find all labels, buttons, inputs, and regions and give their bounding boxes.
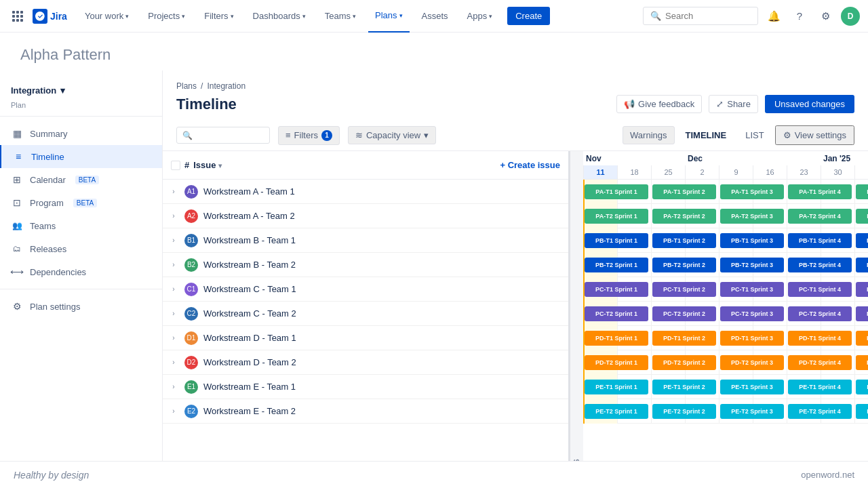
nav-projects[interactable]: Projects▾ [141,0,192,33]
sprint-bar[interactable]: PB-T1 Sprint 4 [788,233,852,248]
sprint-bar[interactable]: PE-T2 Sprint 1 [585,404,648,419]
expand-icon[interactable]: › [168,357,179,368]
sprint-bar[interactable]: PD-T2 Sprint 4 [788,355,852,370]
sprint-bar[interactable]: PD-T2 Sprint 2 [652,355,716,370]
plan-settings-item[interactable]: ⚙ Plan settings [0,295,162,318]
table-row[interactable]: › C1 Workstream C - Team 1 [163,277,568,302]
create-issue-button[interactable]: + Create issue [500,160,560,170]
sprint-bar[interactable]: PE-T1 Sprint 5 [856,380,868,394]
nav-your-work[interactable]: Your work▾ [78,0,136,33]
nav-assets[interactable]: Assets [415,0,455,33]
sprint-bar[interactable]: PE-T1 Sprint 2 [652,380,716,394]
sprint-bar[interactable]: PD-T1 Sprint 1 [585,331,648,346]
sprint-bar[interactable]: PA-T2 Sprint 1 [585,209,648,224]
sprint-bar[interactable]: PC-T1 Sprint 5 [856,282,868,297]
sprint-bar[interactable]: PE-T2 Sprint 4 [788,404,852,419]
warnings-button[interactable]: Warnings [623,126,674,144]
sprint-bar[interactable]: PC-T2 Sprint 3 [720,306,784,321]
nav-apps[interactable]: Apps▾ [460,0,500,33]
jira-logo[interactable]: Jira [33,9,67,24]
table-row[interactable]: › E2 Workstream E - Team 2 [163,399,568,424]
sprint-bar[interactable]: PE-T2 Sprint 5 [856,404,868,419]
sprint-bar[interactable]: PB-T2 Sprint 1 [585,258,648,272]
sprint-bar[interactable]: PD-T2 Sprint 3 [720,355,784,370]
sprint-bar[interactable]: PA-T1 Sprint 4 [788,184,852,199]
sprint-bar[interactable]: PC-T1 Sprint 1 [585,282,648,297]
sidebar-item-dependencies[interactable]: ⟷ Dependencies [0,260,162,283]
tab-timeline[interactable]: TIMELINE [677,127,735,144]
expand-icon[interactable]: › [168,186,179,197]
sidebar-item-program[interactable]: ⊡ Program BETA [0,191,162,214]
expand-icon[interactable]: › [168,333,179,344]
sprint-bar[interactable]: PC-T2 Sprint 2 [652,306,716,321]
fields-tab[interactable]: FIELDS [570,151,583,488]
sprint-bar[interactable]: PE-T2 Sprint 3 [720,404,784,419]
search-box[interactable]: 🔍 [643,7,758,25]
expand-icon[interactable]: › [168,211,179,222]
sprint-bar[interactable]: PE-T1 Sprint 3 [720,380,784,394]
sprint-bar[interactable]: PB-T1 Sprint 2 [652,233,716,248]
sprint-bar[interactable]: PA-T2 Sprint 5 [856,209,868,224]
sprint-bar[interactable]: PE-T1 Sprint 4 [788,380,852,394]
table-row[interactable]: › D2 Workstream D - Team 2 [163,350,568,375]
expand-icon[interactable]: › [168,406,179,417]
avatar[interactable]: D [841,7,860,26]
issue-search-input[interactable] [196,130,264,140]
sprint-bar[interactable]: PC-T2 Sprint 1 [585,306,648,321]
sprint-bar[interactable]: PB-T1 Sprint 5 [856,233,868,248]
view-settings-button[interactable]: ⚙ View settings [775,125,854,145]
issue-col-label[interactable]: Issue ▾ [193,160,222,170]
sprint-bar[interactable]: PB-T2 Sprint 3 [720,258,784,272]
sprint-bar[interactable]: PD-T2 Sprint 1 [585,355,648,370]
sprint-bar[interactable]: PD-T2 Sprint 5 [856,355,868,370]
issue-search-field[interactable]: 🔍 [176,127,270,144]
sprint-bar[interactable]: PB-T2 Sprint 5 [856,258,868,272]
notifications-icon[interactable]: 🔔 [764,6,784,26]
sprint-bar[interactable]: PC-T1 Sprint 4 [788,282,852,297]
sprint-bar[interactable]: PA-T2 Sprint 2 [652,209,716,224]
sprint-bar[interactable]: PE-T1 Sprint 1 [585,380,648,394]
help-icon[interactable]: ? [789,6,810,26]
expand-icon[interactable]: › [168,260,179,270]
grid-menu-icon[interactable] [8,7,27,26]
expand-icon[interactable]: › [168,284,179,295]
sprint-bar[interactable]: PC-T2 Sprint 5 [856,306,868,321]
table-row[interactable]: › E1 Workstream E - Team 1 [163,375,568,399]
expand-icon[interactable]: › [168,382,179,392]
nav-plans[interactable]: Plans▾ [368,0,410,33]
expand-icon[interactable]: › [168,235,179,246]
plan-selector[interactable]: Integration ▾ [0,81,162,100]
nav-dashboards[interactable]: Dashboards▾ [246,0,313,33]
sprint-bar[interactable]: PD-T1 Sprint 2 [652,331,716,346]
sprint-bar[interactable]: PD-T1 Sprint 3 [720,331,784,346]
filters-button[interactable]: ≡ Filters 1 [278,126,340,145]
search-input[interactable] [665,11,751,21]
checkbox-header[interactable] [171,161,180,170]
unsaved-changes-button[interactable]: Unsaved changes [765,95,854,113]
sprint-bar[interactable]: PD-T1 Sprint 4 [788,331,852,346]
sprint-bar[interactable]: PA-T2 Sprint 4 [788,209,852,224]
sprint-bar[interactable]: PC-T1 Sprint 3 [720,282,784,297]
table-row[interactable]: › B2 Workstream B - Team 2 [163,253,568,277]
sprint-bar[interactable]: PE-T2 Sprint 2 [652,404,716,419]
create-button[interactable]: Create [507,7,550,25]
table-row[interactable]: › B1 Workstream B - Team 1 [163,228,568,253]
table-row[interactable]: › A2 Workstream A - Team 2 [163,204,568,228]
sidebar-item-releases[interactable]: 🗂 Releases [0,237,162,260]
expand-icon[interactable]: › [168,308,179,319]
feedback-button[interactable]: 📢 Give feedback [616,95,702,113]
settings-icon[interactable]: ⚙ [815,6,835,26]
table-row[interactable]: › C2 Workstream C - Team 2 [163,302,568,326]
sprint-bar[interactable]: PC-T2 Sprint 4 [788,306,852,321]
breadcrumb-plans-link[interactable]: Plans [176,81,197,91]
sprint-bar[interactable]: PD-T1 Sprint 5 [856,331,868,346]
nav-filters[interactable]: Filters▾ [197,0,240,33]
table-row[interactable]: › D1 Workstream D - Team 1 [163,326,568,350]
tab-list[interactable]: LIST [737,127,772,144]
table-row[interactable]: › A1 Workstream A - Team 1 [163,180,568,204]
sprint-bar[interactable]: PB-T2 Sprint 2 [652,258,716,272]
sprint-bar[interactable]: PA-T2 Sprint 3 [720,209,784,224]
sprint-bar[interactable]: PA-T1 Sprint 5 [856,184,868,199]
sprint-bar[interactable]: PB-T1 Sprint 3 [720,233,784,248]
sidebar-item-summary[interactable]: ▦ Summary [0,122,162,145]
